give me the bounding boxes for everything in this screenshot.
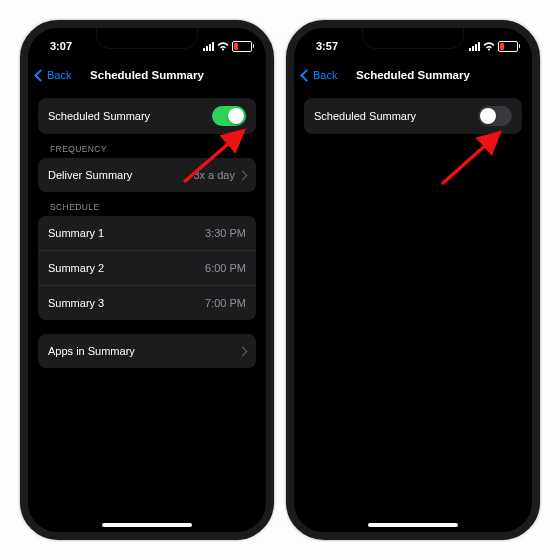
nav-bar: Back Scheduled Summary — [28, 60, 266, 90]
wifi-icon — [483, 42, 495, 51]
wifi-icon — [217, 42, 229, 51]
content: Scheduled Summary FREQUENCY Deliver Summ… — [28, 90, 266, 368]
status-time: 3:57 — [316, 40, 338, 52]
notch — [362, 28, 464, 49]
apps-in-summary-row[interactable]: Apps in Summary — [38, 334, 256, 368]
back-label: Back — [313, 69, 337, 81]
home-indicator[interactable] — [102, 523, 192, 527]
status-icons — [469, 41, 518, 52]
schedule-header: SCHEDULE — [38, 192, 256, 216]
summary-1-value: 3:30 PM — [205, 227, 246, 239]
apps-in-summary-label: Apps in Summary — [48, 345, 135, 357]
cellular-signal-icon — [469, 42, 480, 51]
summary-3-row[interactable]: Summary 3 7:00 PM — [38, 285, 256, 320]
group-main-toggle: Scheduled Summary — [38, 98, 256, 134]
deliver-summary-row[interactable]: Deliver Summary 3x a day — [38, 158, 256, 192]
frequency-header: FREQUENCY — [38, 134, 256, 158]
summary-1-label: Summary 1 — [48, 227, 104, 239]
deliver-summary-label: Deliver Summary — [48, 169, 132, 181]
apps-in-summary-detail — [239, 348, 246, 355]
status-icons — [203, 41, 252, 52]
scheduled-summary-label: Scheduled Summary — [314, 110, 416, 122]
toggle-knob — [480, 108, 496, 124]
battery-icon — [232, 41, 252, 52]
group-apps: Apps in Summary — [38, 334, 256, 368]
summary-2-value: 6:00 PM — [205, 262, 246, 274]
group-main-toggle: Scheduled Summary — [304, 98, 522, 134]
screen: 3:07 Back Scheduled Summary Scheduled Su… — [28, 28, 266, 532]
battery-icon — [498, 41, 518, 52]
scheduled-summary-toggle[interactable] — [478, 106, 512, 126]
back-button[interactable]: Back — [36, 69, 71, 81]
toggle-knob — [228, 108, 244, 124]
group-schedule: Summary 1 3:30 PM Summary 2 6:00 PM Summ… — [38, 216, 256, 320]
scheduled-summary-row[interactable]: Scheduled Summary — [38, 98, 256, 134]
content: Scheduled Summary — [294, 90, 532, 134]
summary-1-row[interactable]: Summary 1 3:30 PM — [38, 216, 256, 250]
back-chevron-icon — [300, 69, 313, 82]
summary-3-label: Summary 3 — [48, 297, 104, 309]
page-title: Scheduled Summary — [356, 69, 470, 81]
summary-3-value: 7:00 PM — [205, 297, 246, 309]
group-frequency: Deliver Summary 3x a day — [38, 158, 256, 192]
cellular-signal-icon — [203, 42, 214, 51]
home-indicator[interactable] — [368, 523, 458, 527]
scheduled-summary-label: Scheduled Summary — [48, 110, 150, 122]
chevron-right-icon — [238, 346, 248, 356]
page-title: Scheduled Summary — [90, 69, 204, 81]
phone-right: 3:57 Back Scheduled Summary Scheduled Su… — [286, 20, 540, 540]
chevron-right-icon — [238, 170, 248, 180]
screen: 3:57 Back Scheduled Summary Scheduled Su… — [294, 28, 532, 532]
back-label: Back — [47, 69, 71, 81]
deliver-summary-value: 3x a day — [193, 169, 246, 181]
notch — [96, 28, 198, 49]
scheduled-summary-toggle[interactable] — [212, 106, 246, 126]
summary-2-label: Summary 2 — [48, 262, 104, 274]
status-time: 3:07 — [50, 40, 72, 52]
summary-2-row[interactable]: Summary 2 6:00 PM — [38, 250, 256, 285]
phone-left: 3:07 Back Scheduled Summary Scheduled Su… — [20, 20, 274, 540]
nav-bar: Back Scheduled Summary — [294, 60, 532, 90]
scheduled-summary-row[interactable]: Scheduled Summary — [304, 98, 522, 134]
back-button[interactable]: Back — [302, 69, 337, 81]
back-chevron-icon — [34, 69, 47, 82]
